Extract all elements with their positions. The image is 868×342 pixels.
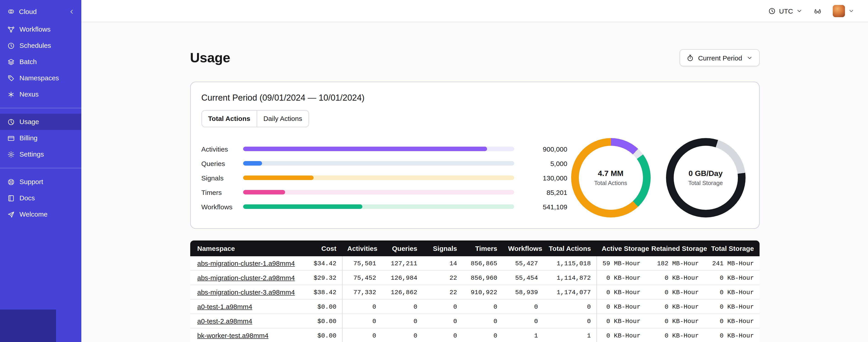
cell-total-storage: 0 KB-Hour bbox=[704, 300, 759, 314]
sidebar-item-batch[interactable]: Batch bbox=[0, 54, 81, 70]
billing-icon bbox=[7, 134, 15, 142]
cell-retained-storage: 0 KB-Hour bbox=[646, 285, 704, 300]
sidebar-item-billing[interactable]: Billing bbox=[0, 130, 81, 146]
bar-label: Workflows bbox=[201, 203, 243, 210]
sidebar-item-label: Workflows bbox=[20, 25, 51, 34]
column-header-retained-storage: Retained Storage bbox=[646, 240, 704, 256]
sidebar-item-schedules[interactable]: Schedules bbox=[0, 37, 81, 54]
namespace-link[interactable]: bk-worker-test.a98mm4 bbox=[197, 332, 269, 339]
cell-retained-storage: 0 KB-Hour bbox=[646, 271, 704, 285]
title-row: Usage Current Period bbox=[190, 49, 759, 66]
column-header-timers: Timers bbox=[462, 240, 503, 256]
sidebar-item-workflows[interactable]: Workflows bbox=[0, 21, 81, 37]
cell-queries: 0 bbox=[381, 329, 423, 342]
donut-label: Total Storage bbox=[688, 179, 723, 186]
table-row: a0-test-2.a98mm4$0.000000000 KB-Hour0 KB… bbox=[190, 314, 759, 329]
sidebar-item-docs[interactable]: Docs bbox=[0, 190, 81, 206]
sidebar-item-settings[interactable]: Settings bbox=[0, 146, 81, 163]
namespace-link[interactable]: a0-test-1.a98mm4 bbox=[197, 303, 252, 310]
period-select-button[interactable]: Current Period bbox=[680, 49, 759, 66]
cell-total-actions: 1,114,872 bbox=[544, 271, 596, 285]
timezone-selector[interactable]: UTC bbox=[768, 7, 803, 15]
namespace-usage-table: NamespaceCostActivitiesQueriesSignalsTim… bbox=[190, 240, 759, 342]
cell-namespace: a0-test-1.a98mm4 bbox=[190, 300, 301, 314]
column-header-total-storage: Total Storage bbox=[704, 240, 759, 256]
support-icon bbox=[7, 178, 15, 186]
usage-summary-card: Current Period (09/01/2024 — 10/01/2024)… bbox=[190, 82, 759, 229]
namespace-link[interactable]: abs-migration-cluster-1.a98mm4 bbox=[197, 259, 295, 267]
bar-fill bbox=[243, 190, 285, 195]
namespace-link[interactable]: abs-migration-cluster-2.a98mm4 bbox=[197, 274, 295, 281]
stopwatch-icon bbox=[686, 54, 694, 62]
column-header-workflows: Workflows bbox=[503, 240, 544, 256]
glasses-icon[interactable] bbox=[813, 6, 822, 15]
sidebar-bottom-panel bbox=[0, 309, 56, 342]
cell-active-storage: 0 KB-Hour bbox=[596, 271, 646, 285]
column-header-total-actions: Total Actions bbox=[544, 240, 596, 256]
sidebar-item-usage[interactable]: Usage bbox=[0, 114, 81, 130]
cell-namespace: abs-migration-cluster-3.a98mm4 bbox=[190, 285, 301, 300]
collapse-sidebar-icon[interactable] bbox=[69, 8, 75, 15]
cell-signals: 0 bbox=[423, 300, 462, 314]
tab-daily-actions[interactable]: Daily Actions bbox=[257, 110, 309, 127]
cell-queries: 126,862 bbox=[381, 285, 423, 300]
chevron-down-icon bbox=[796, 8, 803, 14]
cell-retained-storage: 0 KB-Hour bbox=[646, 314, 704, 329]
cell-timers: 0 bbox=[462, 314, 503, 329]
cell-active-storage: 0 KB-Hour bbox=[596, 285, 646, 300]
user-menu[interactable] bbox=[833, 5, 855, 17]
cell-total-actions: 0 bbox=[544, 314, 596, 329]
cell-workflows: 0 bbox=[503, 300, 544, 314]
bar-fill bbox=[243, 204, 362, 209]
cell-active-storage: 0 KB-Hour bbox=[596, 329, 646, 342]
sidebar-item-nexus[interactable]: Nexus bbox=[0, 86, 81, 102]
namespace-link[interactable]: a0-test-2.a98mm4 bbox=[197, 317, 252, 324]
bar-fill bbox=[243, 147, 487, 151]
cell-activities: 0 bbox=[342, 329, 381, 342]
namespace-link[interactable]: abs-migration-cluster-3.a98mm4 bbox=[197, 288, 295, 296]
cell-cost: $0.00 bbox=[301, 314, 342, 329]
cell-timers: 0 bbox=[462, 300, 503, 314]
cell-queries: 126,984 bbox=[381, 271, 423, 285]
cell-activities: 0 bbox=[342, 300, 381, 314]
column-header-cost: Cost bbox=[301, 240, 342, 256]
card-title: Current Period (09/01/2024 — 10/01/2024) bbox=[201, 93, 748, 103]
cell-workflows: 0 bbox=[503, 314, 544, 329]
avatar bbox=[833, 5, 845, 17]
cell-signals: 0 bbox=[423, 314, 462, 329]
cell-namespace: a0-test-2.a98mm4 bbox=[190, 314, 301, 329]
cell-total-storage: 0 KB-Hour bbox=[704, 329, 759, 342]
sidebar-item-label: Welcome bbox=[20, 210, 48, 219]
cell-timers: 910,922 bbox=[462, 285, 503, 300]
donut-value: 0 GB/Day bbox=[688, 169, 722, 178]
content-inner: Usage Current Period Current Period (09/… bbox=[190, 22, 759, 342]
bar-label: Activities bbox=[201, 145, 243, 153]
tab-total-actions[interactable]: Total Actions bbox=[202, 110, 257, 127]
clock-icon bbox=[768, 7, 776, 15]
cell-retained-storage: 0 KB-Hour bbox=[646, 329, 704, 342]
period-tabs: Total ActionsDaily Actions bbox=[201, 110, 309, 127]
cell-total-storage: 241 MB-Hour bbox=[704, 256, 759, 271]
sidebar-item-support[interactable]: Support bbox=[0, 174, 81, 190]
bar-row-timers: Timers85,201 bbox=[201, 185, 567, 199]
welcome-icon bbox=[7, 210, 15, 218]
bar-track bbox=[243, 190, 514, 195]
cell-total-storage: 0 KB-Hour bbox=[704, 285, 759, 300]
settings-icon bbox=[7, 150, 15, 158]
cell-active-storage: 0 KB-Hour bbox=[596, 314, 646, 329]
bar-track bbox=[243, 161, 514, 166]
bar-label: Queries bbox=[201, 160, 243, 167]
donut-total-storage: 0 GB/DayTotal Storage bbox=[666, 138, 745, 217]
timezone-label: UTC bbox=[779, 7, 793, 15]
sidebar-item-label: Batch bbox=[20, 57, 37, 66]
cell-cost: $0.00 bbox=[301, 300, 342, 314]
sidebar: Cloud WorkflowsSchedulesBatchNamespacesN… bbox=[0, 0, 81, 342]
cell-signals: 14 bbox=[423, 256, 462, 271]
donut-center: 0 GB/DayTotal Storage bbox=[674, 146, 738, 210]
sidebar-item-label: Settings bbox=[20, 150, 44, 159]
table-header: NamespaceCostActivitiesQueriesSignalsTim… bbox=[190, 240, 759, 256]
sidebar-item-welcome[interactable]: Welcome bbox=[0, 206, 81, 223]
cell-total-actions: 1,115,018 bbox=[544, 256, 596, 271]
sidebar-item-namespaces[interactable]: Namespaces bbox=[0, 70, 81, 86]
table-row: abs-migration-cluster-1.a98mm4$34.4275,5… bbox=[190, 256, 759, 271]
